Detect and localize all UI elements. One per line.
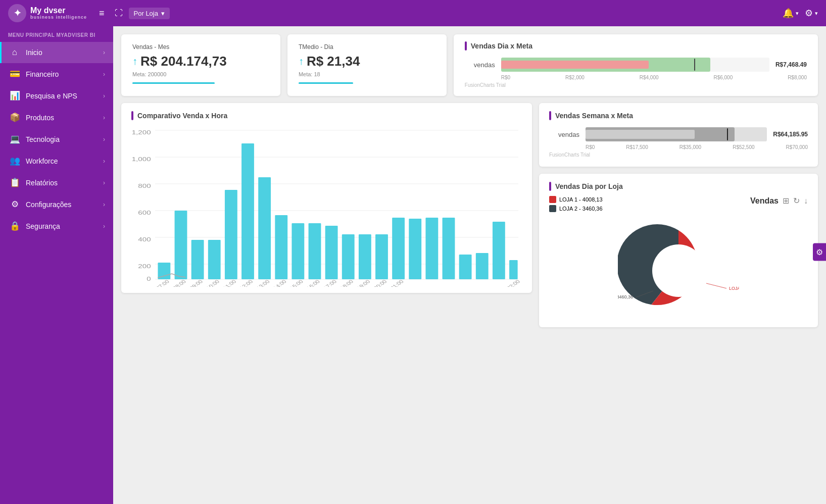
sidebar-item-label-workforce: Workforce xyxy=(26,157,97,165)
legend-dot-loja1 xyxy=(549,196,556,203)
svg-text:20:00: 20:00 xyxy=(372,279,388,287)
donut-label-loja1: LOJA 1 - 4008,13 xyxy=(729,286,739,291)
chevron-icon-configuracoes: › xyxy=(103,201,105,208)
bullet-track-semana xyxy=(586,127,767,141)
bullet-row-dia: vendas R$7,468.49 xyxy=(465,58,807,72)
legend-loja1: LOJA 1 - 4008,13 xyxy=(549,196,603,203)
sidebar-item-inicio[interactable]: ⌂ Inicio › xyxy=(0,42,113,63)
svg-rect-20 xyxy=(258,177,271,279)
download-icon[interactable]: ↓ xyxy=(804,196,808,206)
legend-loja2: LOJA 2 - 3460,36 xyxy=(549,205,603,212)
bar-chart-container: 1,200 1,000 800 600 400 200 0 xyxy=(131,125,522,287)
sidebar-item-label-relatorios: Relatórios xyxy=(26,179,97,187)
legend-label-loja2: LOJA 2 - 3460,36 xyxy=(559,206,603,212)
sidebar-item-label-seguranca: Segurança xyxy=(26,222,97,230)
svg-text:200: 200 xyxy=(138,263,151,269)
svg-rect-16 xyxy=(191,240,204,279)
sidebar-item-relatorios[interactable]: 📋 Relatórios › xyxy=(0,172,113,193)
vendas-mes-bar xyxy=(132,82,215,84)
svg-rect-19 xyxy=(241,143,254,279)
svg-rect-31 xyxy=(443,218,455,279)
card-vendas-dia-loja: Vendas Dia por Loja LOJA 1 - 4008,13 LOJ… xyxy=(539,174,818,327)
topbar: ✦ My dvser business intelligence ≡ ⛶ Por… xyxy=(0,0,826,26)
svg-text:1,000: 1,000 xyxy=(132,156,151,162)
bullet-fill-semana2 xyxy=(586,130,695,139)
bottom-row: Comparativo Venda x Hora 1,200 1,000 800… xyxy=(121,103,818,496)
sidebar-item-workforce[interactable]: 👥 Workforce › xyxy=(0,150,113,172)
bullet-value-dia: R$7,468.49 xyxy=(775,61,807,68)
top-row: Vendas - Mes ↑ R$ 204.174,73 Meta: 20000… xyxy=(121,34,818,96)
store-dropdown[interactable]: Por Loja ▾ xyxy=(129,8,170,19)
settings-button[interactable]: ⚙ ▾ xyxy=(805,8,818,19)
store-dropdown-label: Por Loja xyxy=(134,10,158,17)
arrow-up-icon: ↑ xyxy=(132,56,137,67)
main-content: Vendas - Mes ↑ R$ 204.174,73 Meta: 20000… xyxy=(113,26,826,504)
comparativo-hora-title: Comparativo Venda x Hora xyxy=(131,111,522,120)
svg-rect-34 xyxy=(493,222,505,279)
chevron-icon-produtos: › xyxy=(103,114,105,121)
donut-header: LOJA 1 - 4008,13 LOJA 2 - 3460,36 Vendas… xyxy=(549,196,808,216)
chevron-icon-inicio: › xyxy=(103,49,105,56)
doc-icon[interactable]: ⊞ xyxy=(783,196,789,206)
svg-rect-28 xyxy=(392,218,405,279)
bullet-bg-dia xyxy=(501,58,769,72)
card-comparativo-hora: Comparativo Venda x Hora 1,200 1,000 800… xyxy=(121,103,532,293)
tmedio-dia-title: TMedio - Dia xyxy=(299,43,435,51)
sidebar-item-financeiro[interactable]: 💳 Financeiro › xyxy=(0,63,113,85)
vendas-mes-meta: Meta: 200000 xyxy=(132,71,269,77)
logo-sub: business intelligence xyxy=(30,15,87,20)
sidebar-item-seguranca[interactable]: 🔒 Segurança › xyxy=(0,215,113,237)
tecnologia-icon: 💻 xyxy=(10,134,20,144)
configuracoes-icon: ⚙ xyxy=(10,199,20,210)
relatorios-icon: 📋 xyxy=(10,177,20,188)
card-vendas-semana-meta: Vendas Semana x Meta vendas xyxy=(539,103,818,167)
svg-rect-32 xyxy=(459,255,472,279)
sidebar-item-pesquisa-nps[interactable]: 📊 Pesquisa e NPS › xyxy=(0,85,113,107)
hamburger-icon[interactable]: ≡ xyxy=(99,8,105,19)
svg-rect-26 xyxy=(359,234,371,279)
section-accent4 xyxy=(549,182,551,191)
tmedio-dia-bar xyxy=(299,82,353,84)
bullet-chart-dia: vendas R$7,468.49 R$0 R$2,000 xyxy=(465,53,807,91)
bullet-label-semana: vendas xyxy=(549,131,579,138)
bullet-axis-semana: R$0 R$17,500 R$35,000 R$52,500 R$70,000 xyxy=(549,144,808,150)
bullet-track-dia xyxy=(501,58,769,72)
logo-icon: ✦ xyxy=(8,4,26,22)
sidebar-item-label-inicio: Inicio xyxy=(26,48,97,57)
sidebar-item-tecnologia[interactable]: 💻 Tecnologia › xyxy=(0,128,113,150)
chevron-icon-tecnologia: › xyxy=(103,136,105,143)
sidebar-item-configuracoes[interactable]: ⚙ Configurações › xyxy=(0,193,113,215)
vendas-dia-loja-title: Vendas Dia por Loja xyxy=(549,182,808,191)
svg-text:09:00: 09:00 xyxy=(188,279,204,287)
svg-text:18:00: 18:00 xyxy=(338,279,355,287)
sidebar-item-label-configuracoes: Configurações xyxy=(26,200,97,209)
right-gear-icon: ⚙ xyxy=(816,248,823,257)
svg-text:16:00: 16:00 xyxy=(305,279,321,287)
svg-text:12:00: 12:00 xyxy=(238,279,254,287)
svg-text:800: 800 xyxy=(138,183,151,189)
right-settings-panel[interactable]: ⚙ xyxy=(813,243,826,261)
bar-chart-svg: 1,200 1,000 800 600 400 200 0 xyxy=(131,125,522,287)
produtos-icon: 📦 xyxy=(10,112,20,123)
fusion-trial-dia: FusionCharts Trial xyxy=(465,82,807,88)
sidebar-item-produtos[interactable]: 📦 Produtos › xyxy=(0,107,113,128)
pesquisa-icon: 📊 xyxy=(10,90,20,101)
svg-rect-33 xyxy=(476,253,489,279)
fusion-trial-semana: FusionCharts Trial xyxy=(549,152,808,158)
card-tmedio-dia: TMedio - Dia ↑ R$ 21,34 Meta: 18 xyxy=(287,34,447,96)
section-accent2 xyxy=(131,111,133,120)
donut-legend: LOJA 1 - 4008,13 LOJA 2 - 3460,36 xyxy=(549,196,603,212)
expand-icon[interactable]: ⛶ xyxy=(115,9,123,18)
chevron-icon-seguranca: › xyxy=(103,223,105,230)
donut-chart-title: Vendas xyxy=(750,196,779,206)
chevron-icon-relatorios: › xyxy=(103,179,105,186)
refresh-icon[interactable]: ↻ xyxy=(793,196,800,206)
workforce-icon: 👥 xyxy=(10,156,20,166)
svg-text:21:00: 21:00 xyxy=(389,279,405,287)
sidebar: MENU PRINCIPAL MYADVISER BI ⌂ Inicio › 💳… xyxy=(0,26,113,504)
sidebar-item-label-pesquisa: Pesquisa e NPS xyxy=(26,92,97,100)
financeiro-icon: 💳 xyxy=(10,69,20,79)
section-accent3 xyxy=(549,111,551,120)
notification-button[interactable]: 🔔 ▾ xyxy=(783,8,799,19)
svg-text:600: 600 xyxy=(138,210,151,216)
